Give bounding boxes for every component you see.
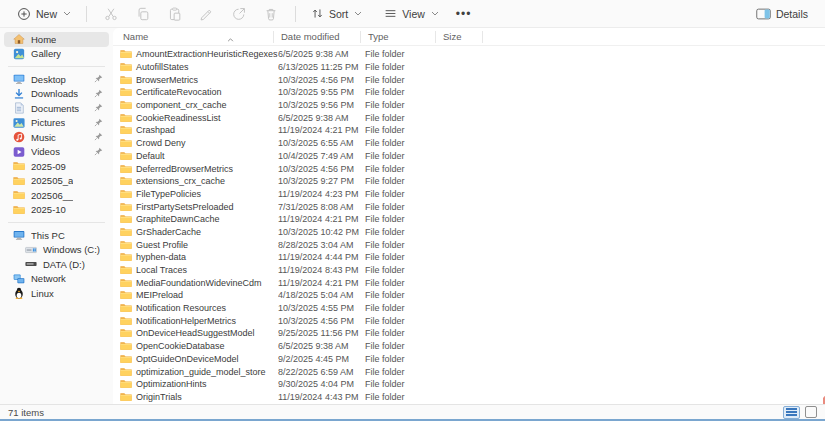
more-icon: ••• (456, 7, 472, 21)
sidebar-item-this-pc[interactable]: This PC (4, 228, 109, 243)
folder-icon (12, 160, 25, 173)
file-row[interactable]: MEIPreload 4/18/2025 5:04 AM File folder (113, 289, 825, 302)
file-type: File folder (365, 392, 440, 402)
view-toggles (783, 406, 817, 419)
file-row[interactable]: FileTypePolicies 11/19/2024 4:23 PM File… (113, 188, 825, 201)
sidebar-item-home[interactable]: Home (4, 32, 109, 47)
file-row[interactable]: NotificationHelperMetrics 10/3/2025 4:56… (113, 314, 825, 327)
file-row[interactable]: AmountExtractionHeuristicRegexes 6/5/202… (113, 48, 825, 61)
sidebar-item-videos[interactable]: Videos (4, 145, 109, 160)
view-button[interactable]: View (377, 4, 446, 23)
new-button[interactable]: New (10, 4, 78, 24)
column-header-type[interactable]: Type (365, 31, 440, 42)
file-row[interactable]: extensions_crx_cache 10/3/2025 9:27 PM F… (113, 175, 825, 188)
sidebar-item-windows-c[interactable]: Windows (C:) (16, 243, 109, 258)
folder-icon (120, 265, 132, 275)
file-row[interactable]: OpenCookieDatabase 6/5/2025 9:38 AM File… (113, 340, 825, 353)
folder-icon (120, 176, 132, 186)
file-row[interactable]: FirstPartySetsPreloaded 7/31/2025 8:08 A… (113, 200, 825, 213)
file-type: File folder (365, 341, 440, 351)
column-header-date-modified[interactable]: Date modified (278, 31, 365, 42)
file-row[interactable]: GrShaderCache 10/3/2025 10:42 PM File fo… (113, 226, 825, 239)
sidebar-item-pictures[interactable]: Pictures (4, 116, 109, 131)
file-row[interactable]: Local Traces 11/19/2024 8:43 PM File fol… (113, 264, 825, 277)
paste-button[interactable] (159, 3, 191, 25)
sidebar-item-202506[interactable]: 202506__ (4, 188, 109, 203)
sidebar-item-data-d[interactable]: DATA (D:) (16, 257, 109, 272)
share-button[interactable] (223, 3, 255, 25)
file-name: extensions_crx_cache (136, 176, 225, 186)
file-name: Guest Profile (136, 240, 188, 250)
sidebar-separator (8, 222, 105, 223)
file-date-modified: 6/13/2025 11:25 PM (278, 62, 365, 72)
file-row[interactable]: component_crx_cache 10/3/2025 9:56 PM Fi… (113, 99, 825, 112)
column-header-size[interactable]: Size (440, 31, 500, 42)
file-date-modified: 8/28/2025 3:04 AM (278, 240, 365, 250)
folder-icon (120, 227, 132, 237)
file-row[interactable]: CookieReadinessList 6/5/2025 9:38 AM Fil… (113, 111, 825, 124)
sidebar-item-desktop[interactable]: Desktop (4, 72, 109, 87)
file-row[interactable]: hyphen-data 11/19/2024 4:44 PM File fold… (113, 251, 825, 264)
column-separator[interactable] (482, 31, 483, 43)
file-name: MediaFoundationWidevineCdm (136, 278, 262, 288)
network-icon (12, 272, 25, 285)
toolbar-separator (86, 6, 87, 22)
large-icons-view-toggle[interactable] (805, 406, 817, 418)
file-row[interactable]: MediaFoundationWidevineCdm 11/19/2024 4:… (113, 276, 825, 289)
sidebar-item-music[interactable]: Music (4, 130, 109, 145)
cut-button[interactable] (95, 3, 127, 25)
column-separator[interactable] (435, 31, 436, 43)
rename-icon (200, 7, 214, 21)
column-separator[interactable] (360, 31, 361, 43)
sidebar-item-network[interactable]: Network (4, 272, 109, 287)
folder-icon (120, 392, 132, 402)
details-view-toggle[interactable] (783, 406, 800, 419)
delete-button[interactable] (255, 3, 287, 25)
file-type: File folder (365, 367, 440, 377)
this-pc-icon (12, 229, 25, 242)
file-type: File folder (365, 113, 440, 123)
details-pane-button[interactable]: Details (749, 5, 815, 23)
file-row[interactable]: OnDeviceHeadSuggestModel 9/25/2025 11:56… (113, 327, 825, 340)
file-type: File folder (365, 100, 440, 110)
sidebar-item-gallery[interactable]: Gallery (4, 47, 109, 62)
file-name: OpenCookieDatabase (136, 341, 225, 351)
paste-icon (168, 7, 182, 21)
file-row[interactable]: Crashpad 11/19/2024 4:21 PM File folder (113, 124, 825, 137)
file-date-modified: 9/25/2025 11:56 PM (278, 328, 365, 338)
file-name: FirstPartySetsPreloaded (136, 202, 234, 212)
file-type: File folder (365, 303, 440, 313)
file-row[interactable]: BrowserMetrics 10/3/2025 4:56 PM File fo… (113, 73, 825, 86)
sort-button[interactable]: Sort (304, 4, 369, 23)
file-row[interactable]: DeferredBrowserMetrics 10/3/2025 4:56 PM… (113, 162, 825, 175)
see-more-button[interactable]: ••• (446, 4, 482, 24)
file-row[interactable]: CertificateRevocation 10/3/2025 9:55 PM … (113, 86, 825, 99)
file-row[interactable]: OptimizationHints 9/30/2025 4:04 PM File… (113, 378, 825, 391)
column-separator[interactable] (273, 31, 274, 43)
copy-button[interactable] (127, 3, 159, 25)
sidebar-item-2025-09[interactable]: 2025-09 (4, 159, 109, 174)
file-date-modified: 10/3/2025 4:56 PM (278, 164, 365, 174)
sidebar-item-linux[interactable]: Linux (4, 286, 109, 301)
sidebar-item-downloads[interactable]: Downloads (4, 87, 109, 102)
folder-icon (120, 49, 132, 59)
file-row[interactable]: Guest Profile 8/28/2025 3:04 AM File fol… (113, 238, 825, 251)
file-row[interactable]: Crowd Deny 10/3/2025 6:55 AM File folder (113, 137, 825, 150)
file-row[interactable]: OptGuideOnDeviceModel 9/2/2025 4:45 PM F… (113, 353, 825, 366)
folder-icon (120, 164, 132, 174)
file-row[interactable]: OriginTrials 11/19/2024 4:43 PM File fol… (113, 391, 825, 404)
file-row[interactable]: Notification Resources 10/3/2025 4:55 PM… (113, 302, 825, 315)
file-row[interactable]: GraphiteDawnCache 11/19/2024 4:21 PM Fil… (113, 213, 825, 226)
rename-button[interactable] (191, 3, 223, 25)
column-header-name[interactable]: Name (120, 31, 278, 42)
file-row[interactable]: AutofillStates 6/13/2025 11:25 PM File f… (113, 61, 825, 74)
sidebar-item-documents[interactable]: Documents (4, 101, 109, 116)
file-row[interactable]: optimization_guide_model_store 8/22/2025… (113, 365, 825, 378)
sidebar-item-202505-a[interactable]: 202505_a (4, 174, 109, 189)
folder-icon (12, 203, 25, 216)
folder-icon (120, 138, 132, 148)
sidebar-group: Home Gallery (0, 32, 113, 61)
file-date-modified: 10/4/2025 7:49 AM (278, 151, 365, 161)
sidebar-item-2025-10[interactable]: 2025-10 (4, 203, 109, 218)
file-row[interactable]: Default 10/4/2025 7:49 AM File folder (113, 150, 825, 163)
